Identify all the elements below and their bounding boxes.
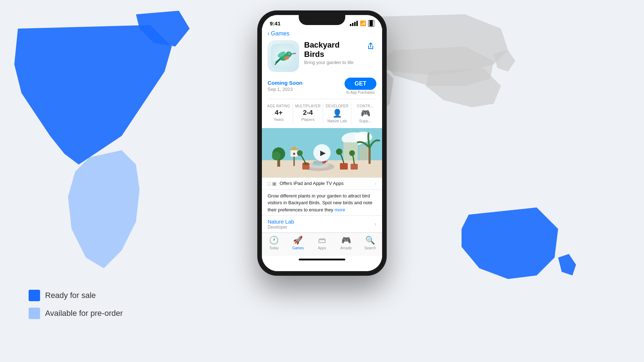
multiplayer-label: MULTIPLAYER bbox=[295, 104, 321, 108]
age-rating-label: AGE RATING bbox=[267, 104, 291, 108]
get-button[interactable]: GET bbox=[345, 78, 376, 90]
offer-icons: □ ▣ bbox=[268, 181, 277, 186]
video-overlay[interactable]: ▶ bbox=[262, 128, 382, 177]
tab-today[interactable]: 🕐 Today bbox=[262, 236, 286, 250]
coming-soon-date: Sep 1, 2023 bbox=[268, 87, 303, 92]
app-icon bbox=[268, 40, 299, 72]
tab-search[interactable]: 🔍 Search bbox=[358, 236, 382, 250]
developer-label-header: DEVELOPER bbox=[325, 104, 349, 108]
checkbox-icon: □ bbox=[268, 181, 270, 186]
back-link[interactable]: ‹ Games bbox=[268, 30, 376, 37]
phone-mockup: 9:41 📶 █ ‹ bbox=[258, 11, 386, 275]
multiplayer-value: 2-4 bbox=[295, 109, 321, 117]
tab-apps-label: Apps bbox=[318, 246, 326, 250]
status-time: 9:41 bbox=[270, 20, 280, 26]
controller-label: CONTR... bbox=[353, 104, 377, 108]
arcade-icon: 🎮 bbox=[341, 236, 351, 245]
search-icon: 🔍 bbox=[365, 236, 375, 245]
info-box-age: AGE RATING 4+ Years bbox=[265, 103, 293, 124]
phone-body: 9:41 📶 █ ‹ bbox=[258, 11, 386, 275]
controller-icon: 🎮 bbox=[353, 109, 377, 118]
svg-point-8 bbox=[289, 53, 290, 54]
developer-chevron-icon: › bbox=[374, 220, 376, 228]
legend: Ready for sale Available for pre-order bbox=[29, 290, 123, 319]
tab-games[interactable]: 🚀 Games bbox=[286, 236, 310, 250]
developer-role-label: Developer bbox=[268, 225, 294, 230]
coming-soon-label: Coming Soon bbox=[268, 80, 303, 86]
nav-back[interactable]: ‹ Games bbox=[262, 28, 382, 38]
controller-sub: Supp... bbox=[353, 119, 377, 123]
app-info: Backyard Birds Bring your garden to life bbox=[304, 40, 360, 65]
home-indicator bbox=[262, 256, 382, 263]
tab-search-label: Search bbox=[365, 246, 376, 250]
developer-info: Nature Lab Developer bbox=[268, 219, 294, 230]
legend-label-ready: Ready for sale bbox=[45, 291, 96, 300]
tab-games-label: Games bbox=[292, 246, 304, 250]
games-icon: 🚀 bbox=[293, 236, 303, 245]
apps-icon: 🗃 bbox=[318, 236, 326, 245]
offer-text: Offers iPad and Apple TV Apps bbox=[279, 181, 343, 186]
age-rating-sub: Years bbox=[267, 117, 291, 122]
info-box-controller: CONTR... 🎮 Supp... bbox=[351, 103, 379, 124]
chevron-left-icon: ‹ bbox=[268, 30, 269, 37]
app-subtitle: Bring your garden to life bbox=[304, 60, 360, 65]
legend-label-preorder: Available for pre-order bbox=[45, 309, 123, 318]
info-boxes: AGE RATING 4+ Years MULTIPLAYER 2-4 Play… bbox=[262, 99, 382, 128]
age-rating-value: 4+ bbox=[267, 109, 291, 117]
get-section: Coming Soon Sep 1, 2023 GET In-App Purch… bbox=[262, 76, 382, 99]
notch bbox=[299, 15, 345, 25]
offer-row[interactable]: □ ▣ Offers iPad and Apple TV Apps › bbox=[262, 177, 382, 189]
battery-icon: █ bbox=[368, 20, 374, 27]
tab-bar: 🕐 Today 🚀 Games 🗃 Apps 🎮 Arcade bbox=[262, 233, 382, 256]
app-name: Backyard Birds bbox=[304, 40, 360, 59]
developer-icon: 👤 bbox=[325, 109, 349, 118]
today-icon: 🕐 bbox=[269, 236, 279, 245]
share-button[interactable] bbox=[365, 40, 376, 52]
offer-info: □ ▣ Offers iPad and Apple TV Apps bbox=[268, 181, 343, 186]
legend-item-ready: Ready for sale bbox=[29, 290, 123, 301]
tab-today-label: Today bbox=[269, 246, 279, 250]
multiplayer-sub: Players bbox=[295, 117, 321, 122]
tab-apps[interactable]: 🗃 Apps bbox=[310, 236, 334, 250]
monitor-icon: ▣ bbox=[272, 181, 277, 186]
description-more-link[interactable]: more bbox=[335, 207, 345, 212]
coming-soon-info: Coming Soon Sep 1, 2023 bbox=[268, 80, 303, 92]
status-icons: 📶 █ bbox=[350, 20, 374, 27]
chevron-right-icon: › bbox=[375, 181, 376, 186]
back-label: Games bbox=[271, 30, 289, 37]
wifi-icon: 📶 bbox=[360, 20, 366, 26]
description-text: Grow different plants in your garden to … bbox=[268, 193, 372, 212]
app-header: Backyard Birds Bring your garden to life bbox=[262, 38, 382, 76]
legend-color-ready bbox=[29, 290, 40, 301]
play-button[interactable]: ▶ bbox=[313, 144, 331, 161]
app-description: Grow different plants in your garden to … bbox=[262, 189, 382, 216]
info-box-multiplayer: MULTIPLAYER 2-4 Players bbox=[293, 103, 323, 124]
tab-arcade-label: Arcade bbox=[340, 246, 352, 250]
info-box-developer: DEVELOPER 👤 Nature Lab bbox=[323, 103, 351, 124]
home-bar bbox=[299, 259, 345, 260]
developer-name-sub: Nature Lab bbox=[325, 119, 349, 123]
developer-row[interactable]: Nature Lab Developer › bbox=[262, 215, 382, 233]
app-content: ‹ Games bbox=[262, 28, 382, 271]
phone-screen: 9:41 📶 █ ‹ bbox=[262, 15, 382, 271]
signal-icon bbox=[350, 21, 358, 26]
tab-arcade[interactable]: 🎮 Arcade bbox=[334, 236, 358, 250]
video-preview[interactable]: ▶ bbox=[262, 128, 382, 177]
in-app-purchases-label: In-App Purchases bbox=[345, 90, 376, 94]
developer-name: Nature Lab bbox=[268, 219, 294, 225]
legend-item-preorder: Available for pre-order bbox=[29, 308, 123, 319]
legend-color-preorder bbox=[29, 308, 40, 319]
